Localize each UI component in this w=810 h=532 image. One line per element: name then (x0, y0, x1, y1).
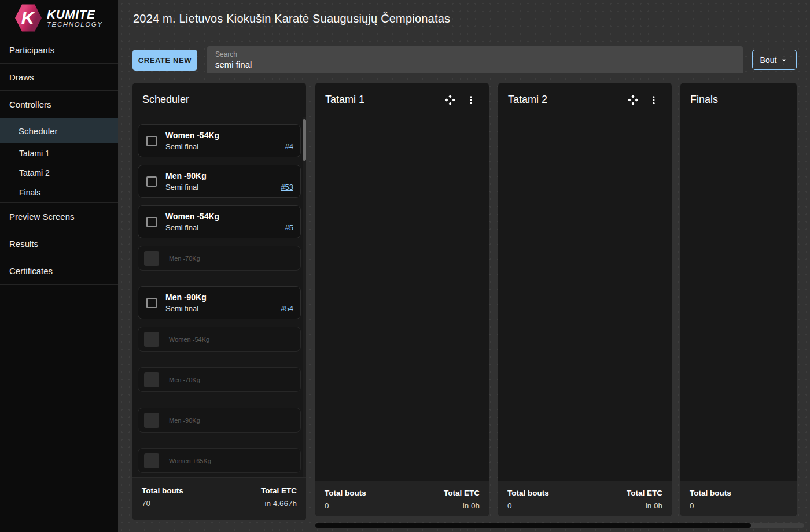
placeholder-square-icon (144, 332, 159, 347)
total-bouts-value: 70 (142, 499, 183, 508)
placeholder-square-icon (144, 453, 159, 468)
bout-card-placeholder[interactable]: Men -70Kg (138, 246, 301, 271)
bout-card[interactable]: Women -54Kg Semi final #4 (138, 124, 301, 157)
tatami-2-column-header: Tatami 2 (498, 83, 672, 117)
tatami-1-drop-area[interactable] (315, 117, 489, 481)
bout-checkbox[interactable] (146, 136, 157, 146)
total-bouts-stat: Total bouts 70 (142, 486, 183, 520)
scheduler-column-header: Scheduler (132, 83, 306, 117)
move-column-icon[interactable] (444, 94, 456, 106)
brand-text: KUMITE TECHNOLOGY (47, 8, 103, 28)
bout-card-title: Women -54Kg (165, 131, 293, 140)
bout-card-placeholder[interactable]: Men -70Kg (138, 367, 301, 392)
bout-card-subtitle: Semi final (165, 304, 198, 313)
bout-card-subtitle: Semi final (165, 223, 198, 232)
bout-card-title: Men -90Kg (165, 171, 293, 180)
finals-column-header: Finals (680, 83, 797, 117)
logo-letter: K (21, 9, 34, 27)
bout-checkbox[interactable] (146, 176, 157, 187)
scheduler-card-list[interactable]: Women -54Kg Semi final #4 Men -90Kg Semi… (132, 117, 306, 477)
brand-name: KUMITE (47, 8, 103, 20)
scheduler-column: Scheduler Women -54Kg Semi final #4 Men … (132, 83, 306, 520)
column-menu-icon[interactable] (647, 94, 660, 106)
vertical-scrollbar-track[interactable] (303, 117, 306, 477)
sidebar-item-controllers[interactable]: Controllers (0, 91, 118, 118)
bout-card-subtitle: Semi final (165, 142, 198, 151)
bout-card-placeholder[interactable]: Women +65Kg (138, 448, 301, 473)
bout-number-link[interactable]: #5 (285, 223, 293, 232)
bout-card[interactable]: Men -90Kg Semi final #54 (138, 286, 301, 319)
column-menu-icon[interactable] (465, 94, 477, 106)
sidebar-item-results[interactable]: Results (0, 230, 118, 257)
bout-card[interactable]: Women -54Kg Semi final #5 (138, 205, 301, 238)
total-bouts-label: Total bouts (507, 489, 549, 497)
page-title: 2024 m. Lietuvos Kiokušin Karatė Suaugus… (133, 12, 450, 25)
sidebar-item-finals[interactable]: Finals (0, 183, 118, 202)
total-etc-stat: Total ETC in 4.667h (261, 486, 297, 520)
sidebar-item-scheduler[interactable]: Scheduler (0, 118, 118, 143)
finals-footer: Total bouts 0 (680, 481, 797, 516)
bout-card-placeholder-label: Men -90Kg (169, 417, 200, 424)
bout-card-subtitle: Semi final (165, 183, 198, 191)
finals-drop-area[interactable] (680, 117, 797, 481)
bout-number-link[interactable]: #53 (281, 183, 293, 191)
tatami-1-column: Tatami 1 To (315, 83, 489, 516)
vertical-scrollbar-thumb[interactable] (303, 119, 306, 161)
bout-card-content: Women -54Kg Semi final #4 (165, 131, 293, 151)
bout-card-placeholder-label: Women -54Kg (169, 336, 209, 343)
bout-card-placeholder[interactable]: Men -90Kg (138, 408, 301, 433)
placeholder-square-icon (144, 251, 159, 266)
total-etc-label: Total ETC (627, 489, 662, 497)
placeholder-square-icon (144, 372, 159, 387)
bout-card-placeholder[interactable]: Women -54Kg (138, 327, 301, 352)
sidebar-item-participants[interactable]: Participants (0, 36, 118, 64)
bout-checkbox[interactable] (146, 298, 157, 308)
horizontal-scrollbar-track[interactable] (315, 523, 804, 528)
search-input[interactable] (215, 60, 735, 69)
total-bouts-stat: Total bouts 0 (690, 489, 731, 516)
bout-card-content: Men -90Kg Semi final #54 (165, 293, 293, 313)
bout-card-content: Men -90Kg Semi final #53 (165, 171, 293, 191)
sidebar-nav: Participants Draws Controllers Scheduler… (0, 36, 118, 285)
scheduler-footer: Total bouts 70 Total ETC in 4.667h (132, 477, 306, 520)
bout-card-placeholder-label: Men -70Kg (169, 255, 200, 262)
total-bouts-value: 0 (690, 501, 731, 510)
sidebar-item-tatami-2[interactable]: Tatami 2 (0, 163, 118, 183)
bout-dropdown-button[interactable]: Bout (752, 50, 797, 70)
placeholder-square-icon (144, 413, 159, 428)
total-bouts-stat: Total bouts 0 (325, 489, 366, 516)
sidebar-item-certificates[interactable]: Certificates (0, 257, 118, 285)
sidebar-item-tatami-1[interactable]: Tatami 1 (0, 143, 118, 163)
page-header: 2024 m. Lietuvos Kiokušin Karatė Suaugus… (118, 0, 810, 37)
chevron-down-icon (779, 56, 789, 65)
bout-card-title: Women -54Kg (165, 212, 293, 221)
tatami-1-column-header: Tatami 1 (315, 83, 489, 117)
sidebar-item-preview-screens[interactable]: Preview Screens (0, 203, 118, 230)
total-etc-label: Total ETC (444, 489, 480, 497)
bout-number-link[interactable]: #54 (281, 304, 293, 313)
main-area: 2024 m. Lietuvos Kiokušin Karatė Suaugus… (118, 0, 810, 532)
finals-column-title: Finals (690, 94, 785, 106)
brand-logo[interactable]: K KUMITE TECHNOLOGY (0, 0, 118, 36)
bout-card[interactable]: Men -90Kg Semi final #53 (138, 165, 301, 198)
bout-checkbox[interactable] (146, 217, 157, 227)
search-field[interactable]: Search (207, 46, 743, 73)
create-new-button[interactable]: CREATE NEW (132, 50, 197, 71)
total-bouts-label: Total bouts (690, 489, 731, 497)
bout-dropdown-label: Bout (760, 56, 777, 65)
tatami-2-column: Tatami 2 To (498, 83, 672, 516)
tatami-2-footer: Total bouts 0 Total ETC in 0h (498, 481, 672, 516)
bout-card-placeholder-label: Men -70Kg (169, 376, 200, 383)
sidebar: K KUMITE TECHNOLOGY Participants Draws C… (0, 0, 118, 532)
bout-card-placeholder-label: Women +65Kg (169, 457, 211, 464)
tatami-2-drop-area[interactable] (498, 117, 672, 481)
tatami-1-footer: Total bouts 0 Total ETC in 0h (315, 481, 489, 516)
bout-card-content: Women -54Kg Semi final #5 (165, 212, 293, 232)
move-column-icon[interactable] (627, 94, 639, 106)
total-bouts-label: Total bouts (325, 489, 366, 497)
horizontal-scrollbar-thumb[interactable] (315, 523, 751, 528)
sidebar-item-draws[interactable]: Draws (0, 64, 118, 91)
total-etc-value: in 0h (444, 501, 480, 510)
total-etc-value: in 0h (627, 501, 662, 510)
bout-number-link[interactable]: #4 (285, 142, 293, 151)
